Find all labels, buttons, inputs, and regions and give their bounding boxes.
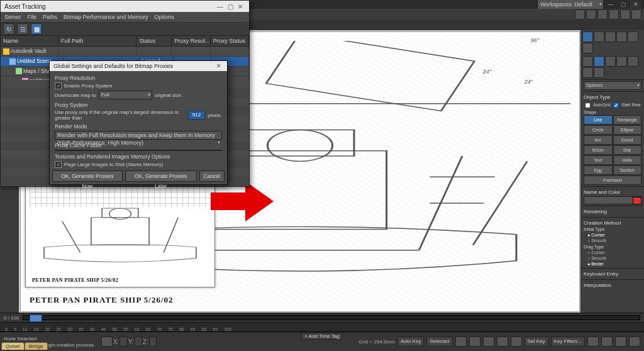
toolbar-icon[interactable] [631, 9, 641, 20]
interpolation-rollout[interactable]: Interpolation [581, 279, 644, 291]
toolbar-icon[interactable] [575, 9, 585, 20]
asset-row[interactable]: Autodesk Vault [1, 47, 249, 57]
viewport-nav-icon[interactable] [587, 337, 599, 347]
systems-icon[interactable] [594, 67, 604, 78]
menu-file[interactable]: File [28, 14, 37, 20]
shape-text-button[interactable]: Text [584, 155, 613, 165]
minimize-button[interactable]: — [605, 1, 616, 8]
refresh-icon[interactable]: ↻ [3, 23, 14, 35]
time-slider-thumb[interactable] [30, 315, 42, 322]
menu-bitmap-perf[interactable]: Bitmap Performance and Memory [64, 14, 148, 20]
drag-smooth-radio[interactable]: Smooth [587, 255, 641, 261]
shape-arc-button[interactable]: Arc [584, 135, 613, 145]
selected-combo[interactable]: Selected [426, 337, 452, 347]
workspace-combo[interactable]: Workspaces: Default [537, 0, 604, 9]
viewport-thumbnail[interactable]: PETER PAN PIRATE SHIP 5/26/02 [25, 176, 215, 287]
rollout-header[interactable]: Rendering [584, 208, 641, 216]
viewport-nav-icon[interactable] [629, 337, 640, 347]
col-proxy-res[interactable]: Proxy Resol... [172, 36, 210, 46]
auto-key-button[interactable]: Auto Key [397, 337, 424, 347]
drag-corner-radio[interactable]: Corner [587, 250, 641, 255]
render-mode-combo[interactable]: Render with Full Resolution Images and K… [55, 131, 222, 140]
shape-ngon-button[interactable]: NGon [584, 145, 613, 155]
rendering-rollout[interactable]: Rendering [581, 206, 644, 217]
col-name[interactable]: Name [1, 36, 58, 46]
close-icon[interactable]: ✕ [235, 3, 245, 10]
listener-tab[interactable]: Bridge [25, 342, 48, 350]
downscale-combo[interactable]: Full [99, 91, 152, 99]
cache-folder-field[interactable]: C:\Users\STUDIO PC\Documents\3ds Max 202… [55, 150, 222, 151]
play-end-icon[interactable] [511, 337, 522, 347]
modify-tab-icon[interactable] [594, 31, 604, 42]
dialog-titlebar[interactable]: Global Settings and Defaults for Bitmap … [50, 61, 227, 71]
page-large-checkbox[interactable]: ✓ [55, 161, 62, 168]
generate-now-button[interactable]: OK, Generate Proxies Now [52, 170, 123, 182]
z-field[interactable] [149, 337, 157, 347]
initial-smooth-radio[interactable]: Smooth [587, 238, 641, 243]
shape-egg-button[interactable]: Egg [584, 165, 613, 175]
shape-ellipse-button[interactable]: Ellipse [613, 125, 642, 135]
play-next-icon[interactable] [497, 337, 508, 347]
menu-paths[interactable]: Paths [43, 14, 57, 20]
global-settings-dialog[interactable]: Global Settings and Defaults for Bitmap … [49, 60, 228, 185]
tree-view-icon[interactable]: ▦ [31, 23, 42, 35]
highlight-icon[interactable]: ☰ [17, 23, 28, 35]
key-filters-button[interactable]: Key Filters... [551, 337, 585, 347]
x-field[interactable] [119, 337, 127, 347]
autogrid-checkbox[interactable]: AutoGrid [584, 102, 611, 108]
rollout-header[interactable]: Object Type [584, 93, 641, 101]
rollout-header[interactable]: Name and Color [584, 188, 641, 196]
add-time-tag[interactable]: + Add Time Tag [301, 333, 342, 340]
y-field[interactable] [135, 337, 142, 347]
object-color-swatch[interactable] [633, 197, 641, 204]
helpers-icon[interactable] [628, 56, 638, 67]
drag-bezier-radio[interactable]: Bezier [587, 261, 641, 267]
col-proxy-status[interactable]: Proxy Status [211, 36, 249, 46]
display-tab-icon[interactable] [628, 31, 638, 42]
listener-tab[interactable]: Quisel [1, 342, 25, 350]
toolbar-icon[interactable] [586, 9, 596, 20]
shape-helix-button[interactable]: Helix [613, 155, 642, 165]
use-proxy-pixel-spinner[interactable]: 512 [188, 111, 206, 120]
close-button[interactable]: ✕ [630, 1, 641, 8]
create-tab-icon[interactable] [582, 31, 593, 42]
lights-icon[interactable] [605, 56, 616, 67]
shape-section-button[interactable]: Section [613, 165, 642, 175]
hierarchy-tab-icon[interactable] [605, 31, 616, 42]
maximize-button[interactable]: ▢ [618, 1, 629, 8]
time-slider-track[interactable] [23, 315, 640, 320]
menu-options[interactable]: Options [155, 14, 174, 20]
play-start-icon[interactable] [455, 337, 467, 347]
shapes-icon[interactable] [594, 56, 604, 67]
shape-rectangle-button[interactable]: Rectangle [613, 115, 642, 125]
set-key-button[interactable]: Set Key [525, 337, 548, 347]
initial-corner-radio[interactable]: Corner [587, 232, 641, 238]
shape-star-button[interactable]: Star [613, 145, 642, 155]
cameras-icon[interactable] [616, 56, 627, 67]
toolbar-icon[interactable] [620, 9, 630, 20]
rollout-header[interactable]: Interpolation [584, 281, 641, 289]
maximize-icon[interactable]: ▢ [225, 3, 235, 10]
toolbar-icon[interactable] [609, 9, 619, 20]
generate-later-button[interactable]: OK, Generate Proxies Later [125, 170, 197, 182]
shape-circle-button[interactable]: Circle [584, 125, 613, 135]
viewport-nav-icon[interactable] [615, 337, 626, 347]
cancel-button[interactable]: Cancel [199, 170, 225, 182]
minimize-icon[interactable]: — [215, 3, 225, 10]
lock-icon[interactable] [101, 337, 113, 347]
rollout-header[interactable]: Keyboard Entry [584, 270, 641, 278]
toolbar-icon[interactable] [597, 9, 608, 20]
keyboard-entry-rollout[interactable]: Keyboard Entry [581, 268, 644, 279]
enable-proxy-checkbox[interactable]: ✓ [55, 82, 62, 89]
motion-tab-icon[interactable] [616, 31, 627, 42]
play-icon[interactable] [483, 337, 494, 347]
play-prev-icon[interactable] [469, 337, 480, 347]
shape-donut-button[interactable]: Donut [613, 135, 642, 145]
shape-line-button[interactable]: Line [584, 115, 613, 125]
menu-server[interactable]: Server [4, 14, 21, 20]
viewport-nav-icon[interactable] [601, 337, 613, 347]
time-ruler[interactable]: 0510152025303540455055606570758085909510… [0, 323, 644, 332]
asset-tracking-titlebar[interactable]: Asset Tracking — ▢ ✕ [1, 1, 249, 12]
shape-freehand-button[interactable]: Freehand [584, 176, 641, 185]
col-status[interactable]: Status [136, 36, 172, 46]
